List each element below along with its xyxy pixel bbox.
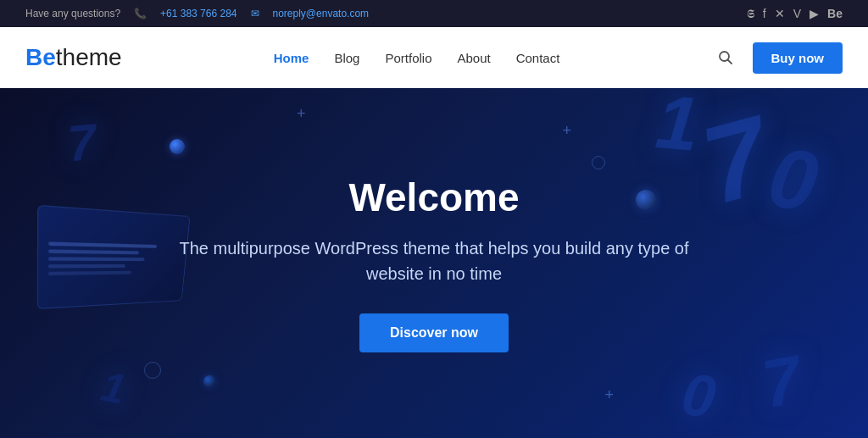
nav-portfolio[interactable]: Portfolio: [385, 51, 431, 65]
logo-theme: theme: [56, 44, 122, 71]
top-bar: Have any questions? 📞 +61 383 766 284 ✉ …: [0, 0, 868, 27]
nav-contact[interactable]: Contact: [516, 51, 560, 65]
hero-title: Welcome: [154, 175, 714, 220]
header-right: Buy now: [712, 42, 843, 74]
nav-about[interactable]: About: [457, 51, 490, 65]
question-text: Have any questions?: [25, 8, 120, 19]
social-youtube[interactable]: ▶: [810, 7, 819, 20]
hero-subtitle: The multipurpose WordPress theme that he…: [154, 236, 714, 286]
social-twitter[interactable]: ✕: [775, 7, 785, 20]
svg-line-1: [727, 60, 732, 64]
top-bar-left: Have any questions? 📞 +61 383 766 284 ✉ …: [25, 8, 369, 19]
email-icon: ✉: [251, 8, 259, 19]
nav-home[interactable]: Home: [274, 51, 309, 65]
social-facebook[interactable]: f: [763, 7, 766, 20]
buy-now-button[interactable]: Buy now: [753, 42, 843, 74]
main-nav: Home Blog Portfolio About Contact: [274, 51, 560, 65]
hero-content: Welcome The multipurpose WordPress theme…: [154, 175, 714, 352]
search-icon[interactable]: [712, 44, 739, 71]
phone-icon: 📞: [134, 8, 147, 19]
logo[interactable]: Betheme: [25, 44, 122, 71]
phone-link[interactable]: +61 383 766 284: [160, 8, 236, 19]
discover-now-button[interactable]: Discover now: [359, 313, 509, 352]
social-vimeo[interactable]: V: [793, 7, 801, 20]
hero-section: 7 0 1 7 0 7 1 + + + Welcome The: [0, 88, 868, 438]
social-behance[interactable]: Be: [827, 7, 843, 20]
email-link[interactable]: noreply@envato.com: [273, 8, 370, 19]
top-bar-social: 𝕾 f ✕ V ▶ Be: [747, 7, 843, 21]
social-skype[interactable]: 𝕾: [747, 7, 754, 21]
logo-be: Be: [25, 44, 56, 71]
nav-blog[interactable]: Blog: [334, 51, 359, 65]
header: Betheme Home Blog Portfolio About Contac…: [0, 27, 868, 88]
